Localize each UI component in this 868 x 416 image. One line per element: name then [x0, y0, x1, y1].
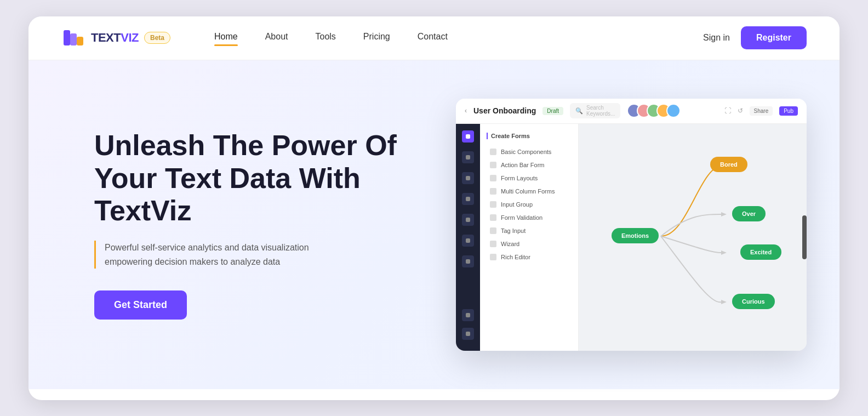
svg-marker-4: [721, 212, 727, 216]
hero-title: Unleash The Power Of Your Text Data With…: [94, 129, 401, 227]
sidebar-icon-7[interactable]: [462, 255, 474, 267]
panel-item-8[interactable]: Rich Editor: [487, 251, 572, 263]
get-started-button[interactable]: Get Started: [94, 290, 187, 320]
mockup-scrollbar[interactable]: [802, 215, 807, 259]
mockup-avatars: [627, 104, 681, 118]
panel-section-title: Create Forms: [487, 133, 572, 139]
publish-button[interactable]: Pub: [779, 106, 798, 116]
hero-section: Unleash The Power Of Your Text Data With…: [28, 60, 840, 389]
logo-area: TEXTVIZ Beta: [61, 26, 170, 50]
panel-item-5[interactable]: Form Validation: [487, 212, 572, 224]
panel-item-3[interactable]: Multi Column Forms: [487, 185, 572, 197]
panel-item-icon-7: [490, 241, 496, 247]
sidebar-icon-6[interactable]: [462, 235, 474, 247]
mockup-panel: Create Forms Basic Components Action Bar…: [480, 124, 579, 351]
panel-item-7[interactable]: Wizard: [487, 238, 572, 250]
svg-marker-5: [721, 250, 727, 255]
beta-badge: Beta: [144, 32, 170, 44]
mockup-topbar: ‹ User Onboarding Draft 🔍 Search Keyword…: [456, 99, 807, 124]
node-curious: Curious: [732, 294, 775, 309]
mockup-sidebar: [456, 124, 480, 351]
panel-item-1[interactable]: Action Bar Form: [487, 159, 572, 171]
sidebar-icon-4[interactable]: [462, 193, 474, 205]
register-button[interactable]: Register: [741, 26, 807, 49]
sidebar-icon-help[interactable]: [462, 309, 474, 321]
mockup-draft-badge: Draft: [542, 107, 563, 115]
panel-item-icon-5: [490, 214, 496, 221]
page-container: TEXTVIZ Beta Home About Tools Pricing Co…: [28, 16, 840, 400]
svg-rect-1: [70, 33, 77, 45]
mockup-back-icon: ‹: [465, 107, 467, 115]
panel-item-2[interactable]: Form Layouts: [487, 172, 572, 184]
node-over: Over: [732, 206, 766, 221]
mockup-search-placeholder: Search Keywords...: [586, 105, 615, 117]
panel-item-icon-8: [490, 254, 496, 260]
node-bored: Bored: [710, 157, 747, 172]
panel-item-icon-4: [490, 201, 496, 208]
hero-image: ‹ User Onboarding Draft 🔍 Search Keyword…: [401, 99, 807, 351]
logo-icon: [61, 26, 85, 50]
mockup-search[interactable]: 🔍 Search Keywords...: [570, 103, 620, 118]
expand-icon: ⛶: [724, 107, 731, 115]
panel-item-icon-2: [490, 175, 496, 181]
refresh-icon: ↺: [738, 107, 743, 115]
svg-rect-2: [77, 37, 83, 45]
logo-text: TEXTVIZ: [91, 31, 139, 45]
share-button[interactable]: Share: [750, 106, 773, 116]
sidebar-icon-main[interactable]: [462, 130, 474, 143]
mockup-title: User Onboarding: [473, 106, 536, 115]
node-excited: Excited: [740, 244, 781, 260]
hero-content: Unleash The Power Of Your Text Data With…: [94, 129, 401, 320]
nav-link-pricing[interactable]: Pricing: [363, 32, 390, 44]
nav-link-about[interactable]: About: [265, 32, 288, 44]
nav-link-home[interactable]: Home: [214, 32, 238, 44]
search-icon: 🔍: [575, 107, 583, 115]
mockup-container: ‹ User Onboarding Draft 🔍 Search Keyword…: [456, 99, 807, 351]
panel-item-icon-6: [490, 227, 496, 234]
panel-item-icon-3: [490, 188, 496, 195]
node-emotions: Emotions: [612, 228, 659, 243]
mockup-canvas: Bored Emotions Over Excited Curious: [579, 124, 807, 351]
avatar-5: [666, 104, 681, 118]
panel-item-6[interactable]: Tag Input: [487, 225, 572, 237]
panel-item-0[interactable]: Basic Components: [487, 146, 572, 158]
sidebar-bottom: [462, 309, 474, 344]
sidebar-icon-5[interactable]: [462, 214, 474, 226]
svg-marker-6: [721, 300, 727, 304]
panel-item-icon-1: [490, 162, 496, 168]
nav-links: Home About Tools Pricing Contact: [214, 32, 703, 44]
mockup-body: Create Forms Basic Components Action Bar…: [456, 124, 807, 351]
svg-rect-0: [64, 30, 70, 45]
nav-actions: Sign in Register: [703, 26, 807, 49]
nav-link-contact[interactable]: Contact: [418, 32, 448, 44]
panel-item-4[interactable]: Input Group: [487, 198, 572, 210]
sidebar-icon-3[interactable]: [462, 172, 474, 184]
nav-link-tools[interactable]: Tools: [315, 32, 335, 44]
sidebar-icon-2[interactable]: [462, 151, 474, 163]
hero-subtitle: Powerful self-service analytics and data…: [94, 241, 324, 269]
sidebar-icon-settings[interactable]: [462, 328, 474, 340]
panel-item-icon-0: [490, 149, 496, 155]
sign-in-button[interactable]: Sign in: [703, 33, 730, 43]
navbar: TEXTVIZ Beta Home About Tools Pricing Co…: [28, 16, 840, 60]
